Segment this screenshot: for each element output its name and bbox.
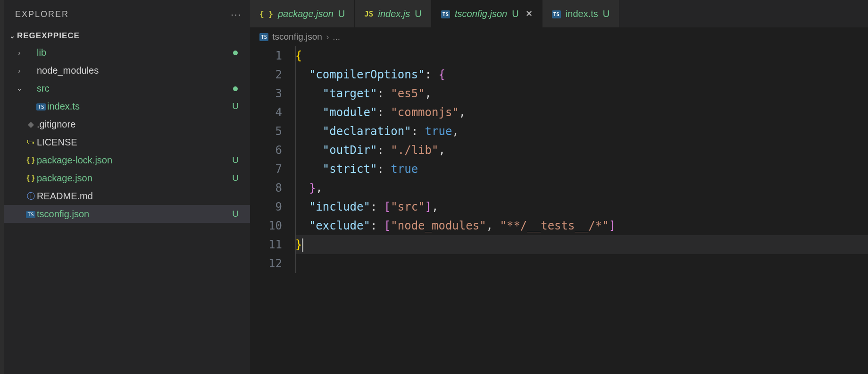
- token-punc: :: [411, 125, 425, 138]
- chevron-right-icon: ›: [14, 49, 25, 57]
- token-punc: [295, 125, 323, 138]
- git-status-badge: U: [603, 8, 609, 19]
- token-str: "es5": [391, 87, 425, 100]
- token-brace-p: ]: [425, 200, 432, 213]
- token-str: "./lib": [391, 144, 438, 157]
- tab-filename: index.ts: [566, 8, 598, 19]
- code-line[interactable]: "outDir": "./lib",: [295, 141, 868, 160]
- editor-tab[interactable]: TStsconfig.jsonU✕: [432, 0, 542, 27]
- code-line[interactable]: "compilerOptions": {: [295, 65, 868, 84]
- editor-tab[interactable]: { }package.jsonU: [250, 0, 355, 27]
- code-line[interactable]: "declaration": true,: [295, 122, 868, 141]
- file-item[interactable]: { }package.jsonU: [4, 169, 250, 187]
- code-line[interactable]: {: [295, 46, 868, 65]
- token-punc: [295, 162, 323, 176]
- token-bool: true: [391, 162, 418, 176]
- file-item[interactable]: TSindex.tsU: [4, 97, 250, 115]
- json-icon: { }: [25, 173, 37, 183]
- line-gutter: 123456789101112: [250, 46, 295, 273]
- token-str: "commonjs": [391, 106, 459, 119]
- line-number: 6: [250, 141, 282, 160]
- more-actions-icon[interactable]: ···: [231, 9, 242, 20]
- project-header[interactable]: ⌄ REGEXPPIECE: [4, 28, 250, 43]
- json-icon: { }: [259, 9, 273, 18]
- json-icon: { }: [25, 155, 37, 165]
- editor-tab[interactable]: TSindex.tsU: [542, 0, 620, 27]
- token-str: "src": [391, 200, 425, 213]
- chevron-down-icon: ⌄: [8, 32, 17, 40]
- code-line[interactable]: [295, 254, 868, 273]
- token-punc: [295, 200, 309, 213]
- line-number: 9: [250, 197, 282, 216]
- folder-item[interactable]: ›node_modules: [4, 61, 250, 79]
- line-number: 4: [250, 103, 282, 122]
- git-modified-dot-icon: [231, 83, 240, 94]
- token-punc: [295, 68, 309, 81]
- ts-icon: TS: [552, 9, 561, 18]
- tab-filename: tsconfig.json: [455, 8, 507, 19]
- code-line[interactable]: "target": "es5",: [295, 84, 868, 103]
- token-punc: :: [377, 87, 391, 100]
- token-key: "outDir": [323, 144, 377, 157]
- git-status-badge: U: [415, 8, 421, 19]
- code-line[interactable]: "include": ["src"],: [295, 197, 868, 216]
- token-punc: [295, 87, 323, 100]
- breadcrumb-sep: ›: [326, 32, 329, 42]
- file-item[interactable]: ⓘREADME.md: [4, 187, 250, 205]
- token-str: "**/__tests__/*": [500, 219, 609, 232]
- code-line[interactable]: "exclude": ["node_modules", "**/__tests_…: [295, 216, 868, 235]
- file-item[interactable]: { }package-lock.jsonU: [4, 151, 250, 169]
- token-key: "strict": [323, 162, 377, 176]
- file-item[interactable]: 🗝LICENSE: [4, 133, 250, 151]
- token-punc: :: [370, 219, 384, 232]
- token-punc: :: [377, 162, 391, 176]
- file-label: README.md: [37, 191, 231, 202]
- code-editor[interactable]: 123456789101112 { "compilerOptions": { "…: [250, 46, 868, 273]
- token-punc: :: [370, 200, 384, 213]
- git-status-badge: U: [338, 8, 345, 19]
- token-punc: ,: [438, 144, 445, 157]
- token-punc: [295, 181, 309, 195]
- folder-item[interactable]: ⌄src: [4, 79, 250, 97]
- token-punc: ,: [425, 87, 432, 100]
- code-line[interactable]: "module": "commonjs",: [295, 103, 868, 122]
- token-punc: [295, 219, 309, 232]
- git-untracked-badge: U: [231, 173, 240, 183]
- folder-item[interactable]: ›lib: [4, 43, 250, 61]
- file-label: .gitignore: [37, 119, 231, 130]
- token-punc: [295, 106, 323, 119]
- line-number: 10: [250, 216, 282, 235]
- code-line[interactable]: "strict": true: [295, 160, 868, 178]
- chevron-down-icon: ⌄: [14, 84, 25, 93]
- explorer-title: EXPLORER: [15, 9, 69, 19]
- line-number: 11: [250, 235, 282, 254]
- token-punc: ,: [452, 125, 459, 138]
- code-line[interactable]: },: [295, 178, 868, 197]
- token-key: "target": [323, 87, 377, 100]
- token-brace-p: }: [309, 181, 316, 195]
- breadcrumb[interactable]: TS tsconfig.json › ...: [250, 27, 868, 46]
- git-modified-dot-icon: [231, 47, 240, 58]
- file-item[interactable]: TStsconfig.jsonU: [4, 205, 250, 223]
- line-number: 12: [250, 254, 282, 273]
- editor-area: { }package.jsonUJSindex.jsUTStsconfig.js…: [250, 0, 868, 374]
- folder-label: lib: [37, 47, 231, 58]
- editor-tab[interactable]: JSindex.jsU: [355, 0, 432, 27]
- token-brace-p: ]: [609, 219, 616, 232]
- line-number: 2: [250, 65, 282, 84]
- info-icon: ⓘ: [25, 191, 37, 202]
- close-tab-icon[interactable]: ✕: [526, 8, 533, 19]
- token-punc: ,: [486, 219, 500, 232]
- line-number: 1: [250, 46, 282, 65]
- code-line[interactable]: }: [295, 235, 868, 254]
- token-key: "include": [309, 200, 370, 213]
- code-content[interactable]: { "compilerOptions": { "target": "es5", …: [295, 46, 868, 273]
- ts-icon: TS: [259, 33, 268, 41]
- token-key: "declaration": [323, 125, 411, 138]
- tab-bar: { }package.jsonUJSindex.jsUTStsconfig.js…: [250, 0, 868, 27]
- file-label: index.ts: [47, 101, 231, 112]
- file-item[interactable]: ◆.gitignore: [4, 115, 250, 133]
- project-name: REGEXPPIECE: [17, 31, 80, 41]
- tsfile-icon: TS: [25, 209, 37, 219]
- token-brace-y: {: [295, 49, 302, 62]
